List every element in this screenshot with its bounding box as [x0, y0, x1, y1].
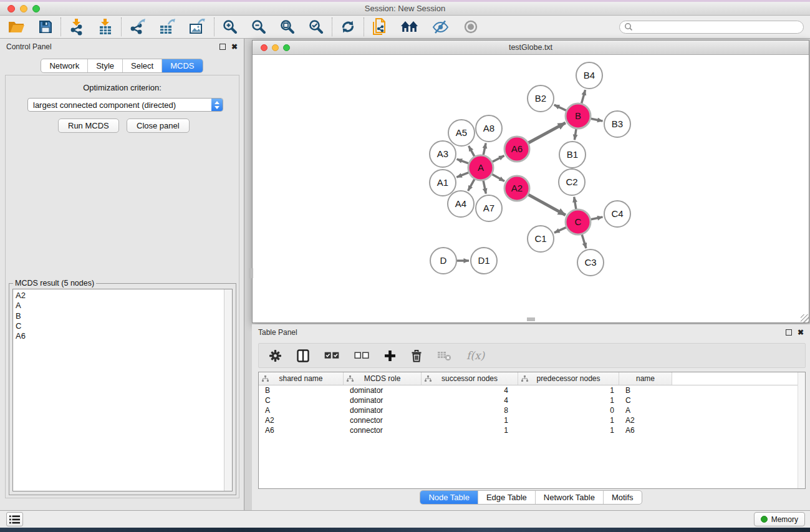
show-details-icon[interactable]	[463, 20, 479, 34]
tab-mcds[interactable]: MCDS	[162, 59, 202, 72]
table-cell[interactable]: A	[619, 406, 672, 415]
close-panel-button[interactable]: Close panel	[127, 118, 190, 133]
table-cell[interactable]: 1	[422, 426, 518, 435]
table-cell[interactable]: 0	[518, 406, 619, 415]
table-cell[interactable]: dominator	[344, 386, 422, 395]
table-cell[interactable]: A2	[619, 416, 672, 425]
close-table-panel-icon[interactable]: ✖	[798, 329, 804, 336]
graph-edge-C-C2[interactable]	[574, 197, 576, 210]
select-all-columns-icon[interactable]	[324, 352, 339, 359]
mcds-result-item[interactable]: B	[13, 311, 232, 321]
graph-node-A3[interactable]: A3	[430, 141, 456, 167]
graph-node-B1[interactable]: B1	[559, 142, 586, 168]
table-cell[interactable]: 4	[422, 396, 518, 405]
table-row[interactable]: A6connector11A6	[259, 425, 805, 435]
graph-edge-A2-C[interactable]	[528, 195, 566, 215]
graph-edge-A-A4[interactable]	[468, 179, 475, 191]
tab-motifs[interactable]: Motifs	[603, 491, 642, 504]
tab-select[interactable]: Select	[122, 59, 162, 72]
graph-edge-C-C3[interactable]	[582, 235, 586, 248]
network-canvas[interactable]: AA1A2A3A4A5A6A7A8BB1B2B3B4CC1C2C3C4DD1	[253, 55, 809, 322]
export-network-icon[interactable]	[130, 19, 146, 35]
graph-node-A7[interactable]: A7	[476, 195, 502, 221]
network-window-titlebar[interactable]: testGlobe.txt	[253, 41, 809, 55]
graph-node-C2[interactable]: C2	[559, 169, 585, 195]
export-image-icon[interactable]	[190, 19, 206, 35]
graph-edge-C-C1[interactable]	[554, 228, 566, 233]
table-cell[interactable]: 1	[518, 416, 619, 425]
graph-edge-A-A8[interactable]	[483, 143, 486, 155]
zoom-in-icon[interactable]	[223, 19, 238, 34]
tab-edge-table[interactable]: Edge Table	[478, 491, 535, 504]
graph-node-A2[interactable]: A2	[504, 176, 529, 201]
mcds-result-item[interactable]: A2	[13, 291, 232, 301]
column-header-successor-nodes[interactable]: successor nodes	[422, 372, 518, 385]
delete-table-icon[interactable]	[437, 350, 451, 361]
hide-graphics-details-icon[interactable]	[432, 20, 449, 34]
mcds-result-item[interactable]: A	[13, 301, 232, 311]
graph-edge-A-A5[interactable]	[469, 146, 475, 157]
unselect-all-columns-icon[interactable]	[354, 352, 369, 359]
graph-edge-A-A6[interactable]	[493, 156, 504, 162]
graph-node-B3[interactable]: B3	[604, 111, 630, 137]
column-header-shared-name[interactable]: shared name	[259, 372, 344, 385]
table-row[interactable]: Bdominator41B	[259, 385, 805, 395]
table-cell[interactable]: 8	[422, 406, 518, 415]
desktop-vscroll-thumb[interactable]	[249, 268, 253, 278]
criterion-select[interactable]: largest connected component (directed)	[27, 98, 223, 112]
tab-node-table[interactable]: Node Table	[420, 491, 478, 504]
table-cell[interactable]: 4	[422, 386, 518, 395]
graph-edge-B-B2[interactable]	[554, 105, 566, 110]
open-session-icon[interactable]	[8, 20, 25, 34]
table-cell[interactable]: dominator	[344, 396, 422, 405]
close-panel-icon[interactable]: ✖	[231, 44, 238, 50]
table-row[interactable]: A2connector11A2	[259, 415, 805, 425]
graph-node-C4[interactable]: C4	[604, 201, 630, 227]
graph-node-A6[interactable]: A6	[504, 137, 529, 162]
table-cell[interactable]: 1	[518, 386, 619, 395]
refresh-icon[interactable]	[340, 19, 355, 34]
zoom-fit-icon[interactable]	[280, 19, 295, 34]
graph-edge-A-A3[interactable]	[457, 159, 469, 163]
graph-edge-B-B3[interactable]	[591, 118, 603, 121]
graph-node-B[interactable]: B	[566, 104, 591, 128]
table-cell[interactable]: A6	[619, 426, 672, 435]
table-cell[interactable]: C	[259, 396, 344, 405]
desktop-hscroll-thumb[interactable]	[527, 317, 535, 321]
import-table-icon[interactable]	[98, 19, 113, 36]
memory-button[interactable]: Memory	[754, 512, 805, 526]
graph-edge-A-A1[interactable]	[456, 173, 468, 178]
graph-node-A1[interactable]: A1	[430, 170, 456, 196]
column-header-predecessor-nodes[interactable]: predecessor nodes	[518, 372, 619, 385]
run-mcds-button[interactable]: Run MCDS	[58, 118, 119, 133]
graph-node-D1[interactable]: D1	[471, 248, 497, 274]
table-settings-gear-icon[interactable]	[269, 349, 282, 362]
float-table-panel-icon[interactable]	[786, 329, 792, 336]
mcds-result-item[interactable]: C	[13, 321, 232, 331]
zoom-out-icon[interactable]	[251, 19, 266, 34]
graph-node-C1[interactable]: C1	[528, 226, 554, 252]
import-network-icon[interactable]	[69, 19, 84, 36]
mcds-list-scrollbar[interactable]	[224, 289, 232, 491]
graph-edge-A-A7[interactable]	[483, 181, 486, 194]
graph-edge-B-B4[interactable]	[582, 90, 586, 104]
task-history-button[interactable]	[6, 512, 23, 526]
graph-edge-A-A2[interactable]	[492, 174, 504, 181]
graph-node-A4[interactable]: A4	[448, 191, 474, 217]
graph-node-A5[interactable]: A5	[448, 120, 475, 146]
zoom-selected-icon[interactable]	[309, 19, 324, 34]
table-cell[interactable]: 1	[518, 396, 619, 405]
export-table-icon[interactable]	[160, 19, 176, 35]
create-column-icon[interactable]	[297, 349, 309, 362]
graph-node-C3[interactable]: C3	[577, 249, 604, 276]
tab-style[interactable]: Style	[87, 59, 122, 72]
table-cell[interactable]: A6	[259, 426, 344, 435]
clone-network-icon[interactable]	[372, 18, 387, 36]
graph-edge-B-B1[interactable]	[574, 129, 576, 140]
graph-node-B2[interactable]: B2	[528, 85, 554, 112]
table-cell[interactable]: connector	[344, 416, 422, 425]
mcds-result-item[interactable]: A6	[13, 331, 232, 341]
table-cell[interactable]: dominator	[344, 406, 422, 415]
window-resize-grip[interactable]	[801, 314, 809, 322]
table-row[interactable]: Cdominator41C	[259, 395, 805, 405]
